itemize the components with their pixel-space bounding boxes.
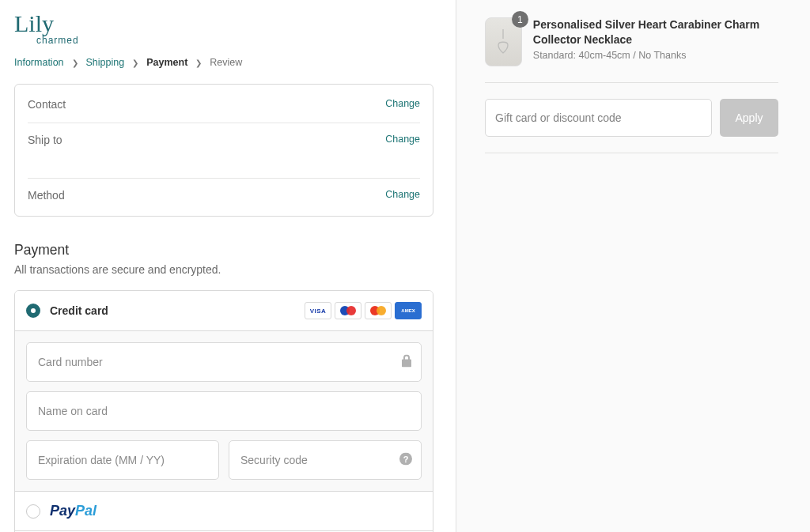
product-thumbnail: 1	[485, 17, 522, 66]
discount-row: Apply	[485, 99, 778, 137]
review-method-label: Method	[28, 189, 88, 202]
crumb-shipping[interactable]: Shipping	[86, 57, 125, 68]
review-box: Contact Change Ship to Change Method Cha…	[14, 84, 433, 217]
brand-logo[interactable]: Lily charmed	[14, 14, 433, 46]
chevron-right-icon: ❯	[132, 58, 138, 67]
change-contact-link[interactable]: Change	[385, 98, 420, 109]
payment-method-paypal[interactable]: PayPal	[15, 491, 433, 530]
crumb-payment: Payment	[146, 57, 187, 68]
radio-unselected-icon	[26, 504, 40, 519]
divider	[485, 82, 778, 83]
credit-card-label: Credit card	[50, 304, 108, 317]
maestro-icon	[335, 302, 361, 319]
radio-selected-icon	[26, 304, 40, 318]
breadcrumb: Information ❯ Shipping ❯ Payment ❯ Revie…	[14, 57, 433, 68]
payment-methods: Credit card VISA AMEX	[14, 290, 433, 532]
review-shipto-label: Ship to	[28, 134, 88, 146]
change-method-link[interactable]: Change	[385, 189, 420, 200]
chevron-right-icon: ❯	[195, 58, 202, 67]
cvv-field: ?	[229, 440, 422, 480]
expiry-field	[26, 440, 219, 480]
payment-method-credit-card[interactable]: Credit card VISA AMEX	[15, 291, 433, 330]
name-on-card-input[interactable]	[26, 391, 422, 431]
divider	[485, 153, 778, 153]
review-row-shipto: Ship to Change	[28, 123, 420, 178]
cvv-input[interactable]	[229, 440, 422, 480]
checkout-main: Lily charmed Information ❯ Shipping ❯ Pa…	[0, 0, 456, 532]
change-shipto-link[interactable]: Change	[385, 134, 420, 145]
chevron-right-icon: ❯	[72, 58, 78, 67]
review-row-method: Method Change	[28, 178, 420, 213]
review-row-contact: Contact Change	[28, 88, 420, 123]
card-icons: VISA AMEX	[305, 302, 422, 319]
order-summary: 1 Personalised Silver Heart Carabiner Ch…	[456, 0, 810, 532]
payment-subtitle: All transactions are secure and encrypte…	[14, 263, 433, 276]
amex-icon: AMEX	[395, 302, 422, 319]
visa-icon: VISA	[305, 302, 331, 319]
quantity-badge: 1	[512, 11, 528, 28]
product-info: Personalised Silver Heart Carabiner Char…	[533, 17, 778, 61]
help-icon[interactable]: ?	[399, 453, 412, 468]
crumb-information[interactable]: Information	[14, 57, 64, 68]
card-number-input[interactable]	[26, 342, 422, 382]
logo-subtext: charmed	[36, 35, 433, 46]
apply-discount-button[interactable]: Apply	[720, 99, 778, 137]
svg-text:?: ?	[403, 455, 409, 464]
credit-card-fields: ?	[15, 330, 433, 491]
expiry-input[interactable]	[26, 440, 219, 480]
discount-code-input[interactable]	[485, 99, 712, 137]
product-variant: Standard: 40cm-45cm / No Thanks	[533, 50, 778, 61]
lock-icon	[401, 355, 412, 370]
crumb-review: Review	[210, 57, 242, 68]
paypal-logo: PayPal	[50, 503, 97, 519]
line-item: 1 Personalised Silver Heart Carabiner Ch…	[485, 17, 778, 66]
product-title: Personalised Silver Heart Carabiner Char…	[533, 17, 778, 47]
payment-heading: Payment	[14, 242, 433, 258]
logo-text: Lily	[14, 14, 433, 33]
mastercard-icon	[365, 302, 392, 319]
name-on-card-field	[26, 391, 422, 431]
review-contact-label: Contact	[28, 98, 88, 111]
card-number-field	[26, 342, 422, 382]
